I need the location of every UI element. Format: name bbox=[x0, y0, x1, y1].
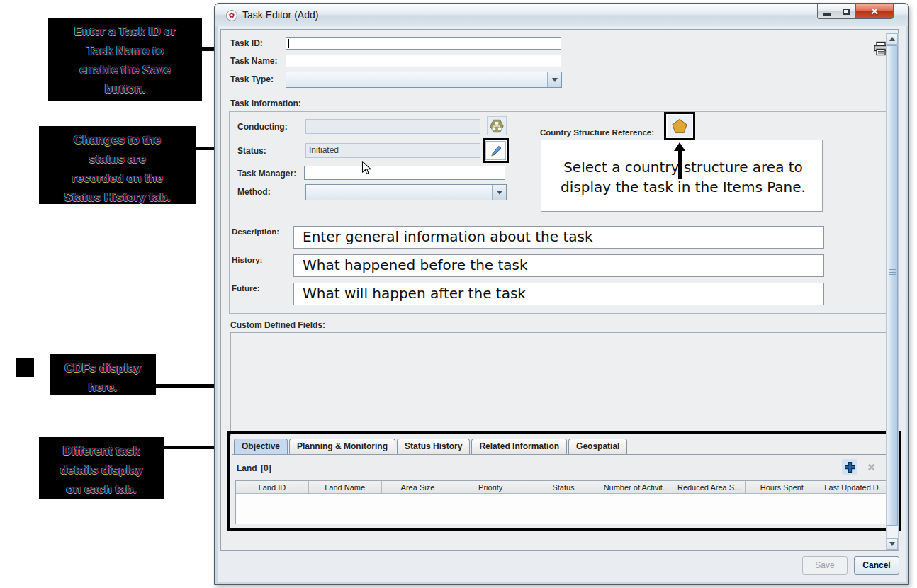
task-type-dropdown[interactable] bbox=[286, 72, 562, 88]
description-label: Description: bbox=[232, 227, 279, 236]
custom-defined-fields-area bbox=[230, 332, 891, 436]
close-button[interactable]: ✕ bbox=[855, 4, 894, 19]
app-icon: ✿ bbox=[226, 10, 237, 21]
tab-strip: Objective Planning & Monitoring Status H… bbox=[234, 439, 627, 454]
task-name-label: Task Name: bbox=[230, 56, 277, 66]
save-button[interactable]: Save bbox=[802, 556, 848, 575]
maximize-button[interactable] bbox=[836, 4, 855, 19]
text-caret bbox=[288, 39, 289, 48]
column-header[interactable]: Land ID bbox=[236, 481, 309, 494]
chevron-down-icon[interactable] bbox=[492, 185, 506, 200]
callout-arrow-4 bbox=[163, 446, 218, 449]
land-count: [0] bbox=[261, 463, 271, 473]
pentagon-icon bbox=[671, 118, 688, 135]
pencil-icon bbox=[489, 144, 503, 158]
cancel-button[interactable]: Cancel bbox=[854, 556, 899, 575]
task-name-input[interactable] bbox=[286, 55, 561, 67]
method-label: Method: bbox=[237, 187, 271, 197]
column-header[interactable]: Priority bbox=[454, 481, 527, 494]
scroll-up-button[interactable] bbox=[887, 33, 898, 45]
land-table[interactable]: Land ID Land Name Area Size Priority Sta… bbox=[235, 480, 891, 524]
x-icon bbox=[866, 462, 877, 473]
callout-square bbox=[16, 358, 34, 377]
conducting-input bbox=[305, 119, 480, 134]
window-title: Task Editor (Add) bbox=[242, 9, 318, 21]
history-label: History: bbox=[232, 256, 262, 264]
task-type-label: Task Type: bbox=[230, 74, 274, 84]
future-label: Future: bbox=[232, 284, 260, 293]
history-note[interactable]: What happened before the task bbox=[293, 254, 824, 277]
future-note[interactable]: What will happen after the task bbox=[293, 283, 824, 305]
land-table-empty-body bbox=[236, 494, 891, 524]
add-land-button[interactable] bbox=[842, 459, 857, 475]
vertical-scrollbar[interactable] bbox=[886, 33, 899, 550]
scroll-down-button[interactable] bbox=[887, 538, 898, 550]
conducting-label: Conducting: bbox=[237, 122, 288, 132]
callout-status-hint: Changes to the status are recorded on th… bbox=[39, 126, 196, 204]
column-header[interactable]: Reduced Area S... bbox=[673, 481, 746, 494]
task-manager-input[interactable] bbox=[304, 166, 505, 180]
description-note[interactable]: Enter general information about the task bbox=[293, 226, 824, 249]
tab-geospatial[interactable]: Geospatial bbox=[568, 439, 627, 454]
scrollbar-thumb[interactable] bbox=[887, 45, 898, 526]
callout-save-hint: Enter a Task ID or Task Name to enable t… bbox=[48, 18, 202, 101]
tab-related-information[interactable]: Related Information bbox=[471, 439, 567, 454]
task-manager-label: Task Manager: bbox=[237, 169, 296, 179]
task-editor-dialog: ✿ Task Editor (Add) ✕ Task ID: Task Name… bbox=[214, 3, 909, 585]
note-arrow-up bbox=[678, 151, 682, 179]
plus-icon bbox=[844, 461, 856, 473]
organization-picker-button[interactable] bbox=[487, 116, 507, 135]
delete-land-button[interactable] bbox=[865, 460, 877, 473]
edit-status-button[interactable] bbox=[485, 141, 506, 160]
land-table-header: Land ID Land Name Area Size Priority Sta… bbox=[236, 481, 891, 494]
callout-arrow-3 bbox=[155, 384, 218, 388]
mouse-cursor bbox=[361, 161, 372, 176]
status-label: Status: bbox=[237, 146, 266, 156]
title-bar[interactable]: ✿ Task Editor (Add) ✕ bbox=[215, 4, 908, 26]
status-input: Initiated bbox=[305, 143, 480, 158]
callout-arrow-2 bbox=[195, 147, 216, 150]
custom-defined-fields-label: Custom Defined Fields: bbox=[230, 320, 325, 330]
thumb-grip-icon bbox=[889, 269, 896, 275]
column-header[interactable]: Last Updated D... bbox=[818, 481, 891, 494]
org-hexagon-icon bbox=[489, 118, 505, 134]
tab-objective[interactable]: Objective bbox=[234, 439, 288, 454]
tab-planning-monitoring[interactable]: Planning & Monitoring bbox=[289, 439, 395, 454]
objective-tab-panel: Land [0] Land ID Land Name Area Size Pri… bbox=[232, 454, 895, 526]
country-structure-button-highlight bbox=[664, 112, 695, 140]
country-structure-button[interactable] bbox=[668, 115, 692, 137]
callout-cdf-hint: CDFs display here. bbox=[50, 354, 156, 395]
column-header[interactable]: Number of Activit... bbox=[600, 481, 673, 494]
column-header[interactable]: Area Size bbox=[382, 481, 455, 494]
callout-tabs-hint: Different task details display on each t… bbox=[39, 437, 164, 499]
task-id-label: Task ID: bbox=[230, 38, 263, 48]
method-dropdown[interactable] bbox=[305, 184, 507, 200]
task-information-label: Task Information: bbox=[230, 98, 301, 108]
tab-status-history[interactable]: Status History bbox=[397, 439, 470, 454]
column-header[interactable]: Status bbox=[527, 481, 600, 494]
chevron-down-icon[interactable] bbox=[547, 72, 561, 87]
country-structure-reference-label: Country Structure Reference: bbox=[540, 128, 654, 137]
land-label: Land bbox=[237, 463, 257, 473]
edit-status-button-highlight bbox=[483, 138, 509, 163]
minimize-button[interactable] bbox=[817, 4, 836, 19]
column-header[interactable]: Hours Spent bbox=[746, 481, 818, 494]
task-id-input[interactable] bbox=[286, 37, 561, 50]
column-header[interactable]: Land Name bbox=[309, 481, 382, 494]
